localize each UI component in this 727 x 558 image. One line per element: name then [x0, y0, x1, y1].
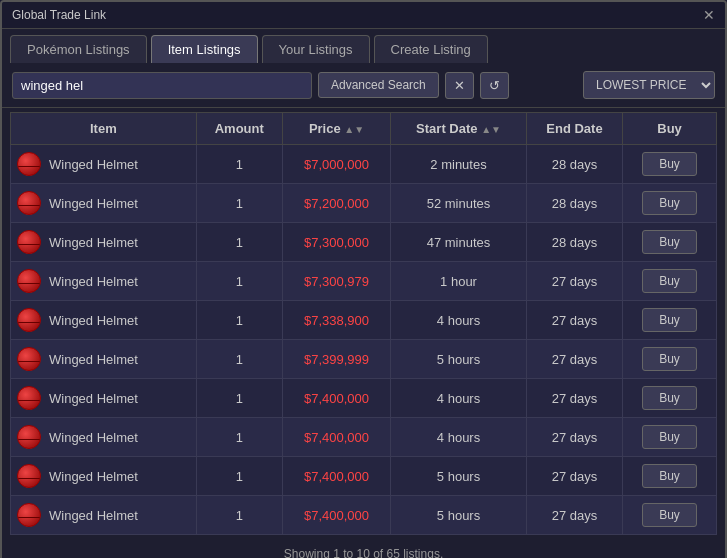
item-name-1: Winged Helmet: [49, 196, 138, 211]
cell-end-8: 27 days: [526, 457, 622, 496]
cell-price-9: $7,400,000: [282, 496, 390, 535]
cell-price-2: $7,300,000: [282, 223, 390, 262]
cell-item-1: Winged Helmet: [11, 184, 197, 223]
listings-table: Item Amount Price ▲▼ Start Date ▲▼ End D…: [10, 112, 717, 535]
cell-start-7: 4 hours: [391, 418, 527, 457]
cell-end-3: 27 days: [526, 262, 622, 301]
item-icon-3: [17, 269, 41, 293]
cell-amount-2: 1: [196, 223, 282, 262]
advanced-search-button[interactable]: Advanced Search: [318, 72, 439, 98]
cell-amount-1: 1: [196, 184, 282, 223]
cell-end-5: 27 days: [526, 340, 622, 379]
tab-pokemon[interactable]: Pokémon Listings: [10, 35, 147, 63]
cell-price-1: $7,200,000: [282, 184, 390, 223]
cell-buy-5: Buy: [623, 340, 717, 379]
item-name-8: Winged Helmet: [49, 469, 138, 484]
table-row: Winged Helmet 1 $7,000,000 2 minutes 28 …: [11, 145, 717, 184]
cell-amount-8: 1: [196, 457, 282, 496]
item-icon-4: [17, 308, 41, 332]
buy-button-8[interactable]: Buy: [642, 464, 697, 488]
cell-end-1: 28 days: [526, 184, 622, 223]
cell-price-7: $7,400,000: [282, 418, 390, 457]
table-header-row: Item Amount Price ▲▼ Start Date ▲▼ End D…: [11, 113, 717, 145]
cell-buy-3: Buy: [623, 262, 717, 301]
item-name-7: Winged Helmet: [49, 430, 138, 445]
buy-button-5[interactable]: Buy: [642, 347, 697, 371]
item-icon-7: [17, 425, 41, 449]
cell-amount-6: 1: [196, 379, 282, 418]
cell-buy-6: Buy: [623, 379, 717, 418]
cell-end-6: 27 days: [526, 379, 622, 418]
table-row: Winged Helmet 1 $7,400,000 5 hours 27 da…: [11, 496, 717, 535]
table-row: Winged Helmet 1 $7,400,000 4 hours 27 da…: [11, 379, 717, 418]
cell-price-3: $7,300,979: [282, 262, 390, 301]
item-name-0: Winged Helmet: [49, 157, 138, 172]
cell-price-4: $7,338,900: [282, 301, 390, 340]
clear-button[interactable]: ✕: [445, 72, 474, 99]
buy-button-2[interactable]: Buy: [642, 230, 697, 254]
cell-item-7: Winged Helmet: [11, 418, 197, 457]
tab-bar: Pokémon Listings Item Listings Your List…: [2, 29, 725, 63]
cell-price-6: $7,400,000: [282, 379, 390, 418]
item-icon-2: [17, 230, 41, 254]
table-row: Winged Helmet 1 $7,399,999 5 hours 27 da…: [11, 340, 717, 379]
cell-buy-4: Buy: [623, 301, 717, 340]
tab-item[interactable]: Item Listings: [151, 35, 258, 63]
buy-button-1[interactable]: Buy: [642, 191, 697, 215]
search-input[interactable]: [12, 72, 312, 99]
cell-amount-3: 1: [196, 262, 282, 301]
item-icon-9: [17, 503, 41, 527]
item-icon-0: [17, 152, 41, 176]
refresh-button[interactable]: ↺: [480, 72, 509, 99]
col-item[interactable]: Item: [11, 113, 197, 145]
cell-item-5: Winged Helmet: [11, 340, 197, 379]
cell-start-0: 2 minutes: [391, 145, 527, 184]
cell-end-2: 28 days: [526, 223, 622, 262]
buy-button-9[interactable]: Buy: [642, 503, 697, 527]
cell-amount-0: 1: [196, 145, 282, 184]
col-buy: Buy: [623, 113, 717, 145]
cell-end-9: 27 days: [526, 496, 622, 535]
col-amount[interactable]: Amount: [196, 113, 282, 145]
buy-button-6[interactable]: Buy: [642, 386, 697, 410]
cell-item-4: Winged Helmet: [11, 301, 197, 340]
cell-start-5: 5 hours: [391, 340, 527, 379]
tab-your[interactable]: Your Listings: [262, 35, 370, 63]
titlebar: Global Trade Link ✕: [2, 2, 725, 29]
price-sort-icon: ▲▼: [344, 124, 364, 135]
cell-start-6: 4 hours: [391, 379, 527, 418]
item-name-2: Winged Helmet: [49, 235, 138, 250]
footer-text: Showing 1 to 10 of 65 listings.: [2, 539, 725, 558]
table-row: Winged Helmet 1 $7,200,000 52 minutes 28…: [11, 184, 717, 223]
cell-amount-5: 1: [196, 340, 282, 379]
table-row: Winged Helmet 1 $7,400,000 5 hours 27 da…: [11, 457, 717, 496]
buy-button-4[interactable]: Buy: [642, 308, 697, 332]
col-price[interactable]: Price ▲▼: [282, 113, 390, 145]
col-start-date[interactable]: Start Date ▲▼: [391, 113, 527, 145]
item-name-3: Winged Helmet: [49, 274, 138, 289]
item-icon-6: [17, 386, 41, 410]
cell-start-1: 52 minutes: [391, 184, 527, 223]
item-name-6: Winged Helmet: [49, 391, 138, 406]
cell-end-4: 27 days: [526, 301, 622, 340]
cell-price-8: $7,400,000: [282, 457, 390, 496]
col-end-date[interactable]: End Date: [526, 113, 622, 145]
close-button[interactable]: ✕: [703, 8, 715, 22]
item-icon-1: [17, 191, 41, 215]
buy-button-3[interactable]: Buy: [642, 269, 697, 293]
cell-item-9: Winged Helmet: [11, 496, 197, 535]
sort-select[interactable]: LOWEST PRICE HIGHEST PRICE NEWEST OLDEST: [583, 71, 715, 99]
tab-create[interactable]: Create Listing: [374, 35, 488, 63]
item-name-9: Winged Helmet: [49, 508, 138, 523]
table-row: Winged Helmet 1 $7,300,979 1 hour 27 day…: [11, 262, 717, 301]
cell-buy-2: Buy: [623, 223, 717, 262]
cell-item-6: Winged Helmet: [11, 379, 197, 418]
table-row: Winged Helmet 1 $7,400,000 4 hours 27 da…: [11, 418, 717, 457]
buy-button-0[interactable]: Buy: [642, 152, 697, 176]
cell-end-7: 27 days: [526, 418, 622, 457]
listings-table-container: Item Amount Price ▲▼ Start Date ▲▼ End D…: [2, 108, 725, 539]
cell-buy-1: Buy: [623, 184, 717, 223]
item-name-5: Winged Helmet: [49, 352, 138, 367]
cell-start-8: 5 hours: [391, 457, 527, 496]
buy-button-7[interactable]: Buy: [642, 425, 697, 449]
